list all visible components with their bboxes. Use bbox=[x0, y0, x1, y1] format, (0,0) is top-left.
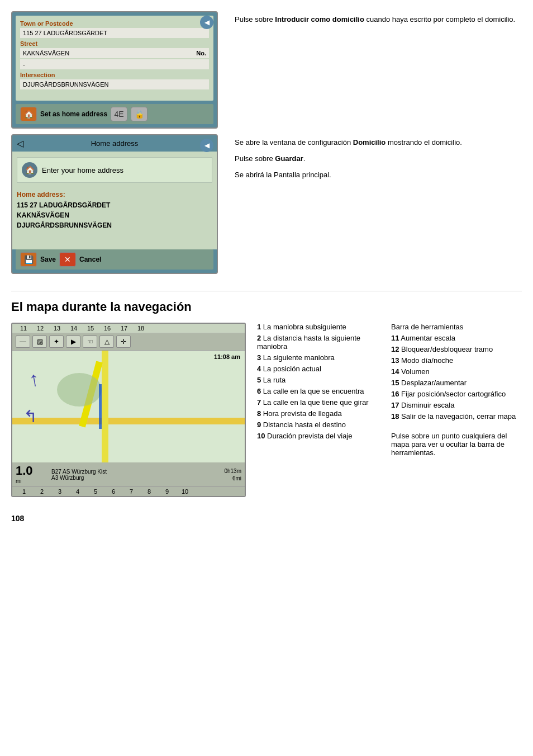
map-desc-left: 1 La maniobra subsiguiente 2 La distanci… bbox=[257, 323, 380, 497]
map-item-16: 16 Fijar posición/sector cartográfico bbox=[391, 390, 522, 398]
panel2-bottom-bar: 💾 Save ✕ Cancel bbox=[16, 249, 213, 270]
map-item-toolbar-heading: Barra de herramientas bbox=[391, 323, 522, 331]
home-address-lines: 115 27 LADUGÅRDSGÄRDETKAKNÄSVÄGENDJURGÅR… bbox=[17, 200, 212, 230]
bnum-9: 9 bbox=[159, 488, 175, 495]
map-route-line bbox=[99, 384, 102, 429]
tnum-18: 18 bbox=[133, 325, 149, 333]
map-item-11: 11 Aumentar escala bbox=[391, 334, 522, 342]
no-value: - bbox=[23, 61, 25, 68]
tnum-11: 11 bbox=[16, 325, 31, 333]
bnum-5: 5 bbox=[87, 488, 104, 495]
field-value-intersection: DJURGÅRDSBRUNNSVÄGEN bbox=[20, 79, 209, 89]
map-desc-right: Barra de herramientas 11 Aumentar escala… bbox=[391, 323, 522, 497]
tnum-17: 17 bbox=[116, 325, 132, 333]
panel1-inner: Town or Postcode 115 27 LADUGÅRDSGÄRDET … bbox=[16, 16, 213, 101]
save-icon-btn[interactable]: 💾 bbox=[20, 252, 37, 267]
map-footer-text: Pulse sobre un punto cualquiera del mapa… bbox=[391, 432, 522, 457]
tnum-12: 12 bbox=[32, 325, 48, 333]
alt-btn-2[interactable]: 🔒 bbox=[131, 107, 147, 121]
enter-home-row[interactable]: 🏠 Enter your home address bbox=[17, 157, 212, 183]
toolbar-icon-6[interactable]: △ bbox=[99, 336, 114, 348]
map-distance-big: 1.0 bbox=[16, 465, 49, 477]
toolbar-icon-5[interactable]: ☜ bbox=[83, 336, 97, 348]
home-btn-icon[interactable]: 🏠 bbox=[20, 107, 37, 121]
toolbar-icon-4[interactable]: ▶ bbox=[66, 336, 80, 348]
bnum-2: 2 bbox=[34, 488, 50, 495]
toolbar-icon-1[interactable]: — bbox=[16, 336, 30, 348]
map-item-18: 18 Salir de la navegación, cerrar mapa bbox=[391, 412, 522, 420]
desc2-line3: Se abrirá la Pantalla principal. bbox=[235, 169, 522, 181]
map-bottom-numbers: 1 2 3 4 5 6 7 8 9 10 bbox=[12, 486, 245, 496]
enter-home-text: Enter your home address bbox=[42, 166, 123, 174]
page-content: ◀ Town or Postcode 115 27 LADUGÅRDSGÄRDE… bbox=[11, 11, 522, 523]
map-container: 11 12 13 14 15 16 17 18 — ▨ ✦ ▶ ☜ △ bbox=[11, 323, 246, 497]
tnum-15: 15 bbox=[83, 325, 98, 333]
toolbar-icon-7[interactable]: ✛ bbox=[116, 336, 131, 348]
map-info-right: 0h13m 6mi bbox=[224, 468, 241, 481]
bnum-10: 10 bbox=[177, 488, 193, 495]
map-item-1: 1 La maniobra subsiguiente bbox=[257, 323, 380, 331]
cancel-icon-btn[interactable]: ✕ bbox=[59, 252, 76, 267]
bnum-4: 4 bbox=[69, 488, 86, 495]
map-time: 11:08 am bbox=[214, 353, 240, 360]
desc2-line2: Pulse sobre Guardar. bbox=[235, 153, 522, 165]
save-label[interactable]: Save bbox=[40, 256, 56, 263]
map-road-vertical bbox=[102, 351, 108, 462]
no-label: No. bbox=[196, 50, 206, 56]
map-turn-arrow-left: ↰ bbox=[23, 407, 37, 426]
home-address-label: Home address: bbox=[17, 191, 212, 199]
map-turn-arrow-up: ↑ bbox=[27, 367, 41, 391]
panel2-corner-btn[interactable]: ◀ bbox=[200, 139, 213, 152]
bnum-3: 3 bbox=[51, 488, 68, 495]
map-item-17: 17 Disminuir escala bbox=[391, 401, 522, 409]
map-item-13: 13 Modo día/noche bbox=[391, 356, 522, 365]
panel2-header: ◁ Home address ▷ bbox=[12, 135, 217, 152]
map-item-8: 8 Hora prevista de llegada bbox=[257, 409, 380, 418]
toolbar-icon-2[interactable]: ▨ bbox=[32, 336, 47, 348]
map-item-6: 6 La calle en la que se encuentra bbox=[257, 387, 380, 395]
map-item-15: 15 Desplazar/aumentar bbox=[391, 379, 522, 387]
desc1-text: Pulse sobre Introducir como domicilio cu… bbox=[235, 14, 522, 26]
tnum-14: 14 bbox=[66, 325, 82, 333]
map-dist-rem: 6mi bbox=[224, 475, 241, 481]
map-item-2: 2 La distancia hasta la siguiente maniob… bbox=[257, 334, 380, 351]
map-road-horizontal bbox=[12, 418, 245, 424]
cancel-label: Cancel bbox=[79, 256, 101, 263]
map-device: 11 12 13 14 15 16 17 18 — ▨ ✦ ▶ ☜ △ bbox=[11, 323, 246, 497]
device-panel-2: ◀ ◁ Home address ▷ 🏠 Enter your home add… bbox=[11, 134, 218, 274]
map-info-bar: 1.0 mi B27 AS Würzburg Kist A3 Würzburg … bbox=[12, 462, 245, 486]
field-value-no: - bbox=[20, 59, 209, 69]
bnum-1: 1 bbox=[16, 488, 32, 495]
field-label-town: Town or Postcode bbox=[20, 20, 209, 27]
panel1-bottom-bar: 🏠 Set as home address 4E 🔒 bbox=[16, 104, 213, 124]
map-eta: 0h13m bbox=[224, 468, 241, 474]
tnum-13: 13 bbox=[49, 325, 65, 333]
set-home-label[interactable]: Set as home address bbox=[40, 110, 107, 118]
intersection-value: DJURGÅRDSBRUNNSVÄGEN bbox=[23, 81, 108, 88]
map-green-area bbox=[57, 373, 102, 407]
map-item-3: 3 La siguiente maniobra bbox=[257, 353, 380, 362]
section-heading: El mapa durante la navegación bbox=[11, 291, 522, 314]
map-desc-columns: 1 La maniobra subsiguiente 2 La distanci… bbox=[257, 323, 522, 497]
device-panel-1: ◀ Town or Postcode 115 27 LADUGÅRDSGÄRDE… bbox=[11, 11, 218, 129]
map-info-center: B27 AS Würzburg Kist A3 Würzburg bbox=[51, 469, 222, 481]
tnum-16: 16 bbox=[99, 325, 115, 333]
toolbar-icon-3[interactable]: ✦ bbox=[49, 336, 64, 348]
desc1: Pulse sobre Introducir como domicilio cu… bbox=[235, 11, 522, 30]
map-toolbar: — ▨ ✦ ▶ ☜ △ ✛ bbox=[12, 333, 245, 351]
field-label-street: Street bbox=[20, 40, 209, 47]
map-view[interactable]: ↑ ↰ 11:08 am bbox=[12, 351, 245, 462]
panel2-row: ◀ ◁ Home address ▷ 🏠 Enter your home add… bbox=[11, 134, 522, 274]
field-value-town: 115 27 LADUGÅRDSGÄRDET bbox=[20, 28, 209, 38]
street-value: KAKNÄSVÄGEN bbox=[23, 50, 69, 56]
alt-btn-1[interactable]: 4E bbox=[111, 107, 127, 121]
map-section: 11 12 13 14 15 16 17 18 — ▨ ✦ ▶ ☜ △ bbox=[11, 323, 522, 497]
home-icon-circle: 🏠 bbox=[22, 162, 37, 178]
nav-arrow-left[interactable]: ◁ bbox=[17, 138, 23, 149]
map-item-9: 9 Distancia hasta el destino bbox=[257, 420, 380, 429]
panel1-corner-btn[interactable]: ◀ bbox=[200, 16, 213, 29]
map-item-10: 10 Duración prevista del viaje bbox=[257, 432, 380, 440]
desc2: Se abre la ventana de configuración Domi… bbox=[235, 134, 522, 185]
map-road2: A3 Würzburg bbox=[51, 475, 222, 481]
map-item-5: 5 La ruta bbox=[257, 376, 380, 384]
